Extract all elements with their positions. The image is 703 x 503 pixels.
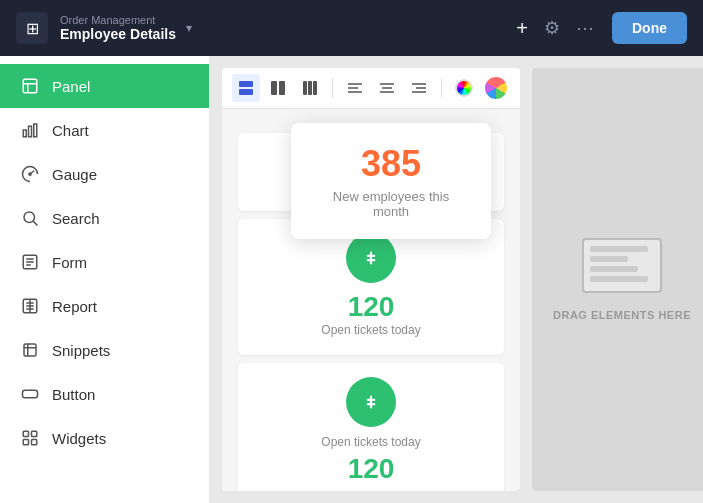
sidebar-item-widgets-label: Widgets: [52, 430, 106, 447]
svg-rect-3: [23, 130, 26, 137]
toolbar-separator-1: [332, 78, 333, 98]
toolbar-layout2-button[interactable]: [264, 74, 292, 102]
header-title: Employee Details: [60, 26, 176, 42]
tooltip-number: 385: [323, 143, 459, 185]
toolbar-layout3-button[interactable]: [296, 74, 324, 102]
header-chevron-icon[interactable]: ▾: [186, 21, 192, 35]
svg-rect-0: [23, 79, 37, 93]
sidebar-item-snippets-label: Snippets: [52, 342, 110, 359]
svg-rect-25: [239, 89, 253, 95]
svg-rect-19: [23, 390, 38, 398]
drop-zone-visual: [582, 238, 662, 293]
content-area: 385 New employees this month New employe…: [210, 56, 703, 503]
snippets-icon: [20, 340, 40, 360]
drop-zone-bar-4: [590, 276, 648, 282]
sidebar-item-button-label: Button: [52, 386, 95, 403]
toolbar-align-center-button[interactable]: [373, 74, 401, 102]
stat-card-tickets-2: Open tickets today 120: [238, 363, 504, 491]
more-options-icon[interactable]: ⋯: [576, 17, 596, 39]
sidebar-item-chart-label: Chart: [52, 122, 89, 139]
svg-rect-26: [271, 81, 277, 95]
sidebar-item-snippets[interactable]: Snippets: [0, 328, 209, 372]
form-icon: [20, 252, 40, 272]
tooltip-card: 385 New employees this month: [291, 123, 491, 239]
header-subtitle: Order Management: [60, 14, 176, 26]
sidebar-item-form[interactable]: Form: [0, 240, 209, 284]
sidebar-item-panel-label: Panel: [52, 78, 90, 95]
svg-rect-5: [34, 124, 37, 137]
svg-rect-21: [32, 431, 37, 436]
svg-rect-24: [239, 81, 253, 87]
stat-card-tickets-1: 120 Open tickets today: [238, 219, 504, 355]
color-circle-icon: [455, 79, 473, 97]
sidebar-item-gauge[interactable]: Gauge: [0, 152, 209, 196]
settings-icon[interactable]: ⚙: [544, 17, 560, 39]
sidebar-item-report-label: Report: [52, 298, 97, 315]
palette-icon: [485, 77, 507, 99]
svg-rect-20: [23, 431, 28, 436]
svg-rect-30: [313, 81, 317, 95]
svg-rect-27: [279, 81, 285, 95]
tooltip-label: New employees this month: [323, 189, 459, 219]
editor-panel: 385 New employees this month New employe…: [222, 68, 520, 491]
svg-rect-4: [29, 126, 32, 137]
ticket-icon-circle-2: [346, 377, 396, 427]
drop-zone-label: DRAG ELEMENTS HERE: [553, 309, 691, 321]
drop-zone-bar-1: [590, 246, 648, 252]
svg-rect-18: [24, 344, 36, 356]
toolbar-color-picker-button[interactable]: [450, 74, 478, 102]
stat-card-tickets-1-number: 120: [254, 291, 488, 323]
chart-icon: [20, 120, 40, 140]
svg-rect-22: [23, 440, 28, 445]
panel-icon: [20, 76, 40, 96]
search-icon: [20, 208, 40, 228]
sidebar-item-search-label: Search: [52, 210, 100, 227]
svg-rect-29: [308, 81, 312, 95]
sidebar-item-form-label: Form: [52, 254, 87, 271]
sidebar-item-widgets[interactable]: Widgets: [0, 416, 209, 460]
stat-card-tickets-2-number: 120: [254, 453, 488, 485]
sidebar-item-search[interactable]: Search: [0, 196, 209, 240]
app-logo: ⊞: [16, 12, 48, 44]
svg-point-6: [29, 173, 31, 175]
header-title-group: Order Management Employee Details: [60, 14, 176, 42]
editor-toolbar: [222, 68, 520, 109]
svg-point-7: [24, 212, 35, 223]
add-element-button[interactable]: +: [516, 18, 528, 38]
sidebar-item-button[interactable]: Button: [0, 372, 209, 416]
button-icon: [20, 384, 40, 404]
report-icon: [20, 296, 40, 316]
gauge-icon: [20, 164, 40, 184]
sidebar: Panel Chart Gauge: [0, 56, 210, 503]
drop-zone-bar-2: [590, 256, 628, 262]
svg-line-8: [33, 221, 37, 225]
header-title-bold: Details: [130, 26, 176, 42]
done-button[interactable]: Done: [612, 12, 687, 44]
drop-zone-bar-3: [590, 266, 638, 272]
sidebar-item-panel[interactable]: Panel: [0, 64, 209, 108]
svg-rect-23: [32, 440, 37, 445]
main-area: Panel Chart Gauge: [0, 56, 703, 503]
stat-card-tickets-2-label: Open tickets today: [254, 435, 488, 449]
toolbar-palette-button[interactable]: [482, 74, 510, 102]
sidebar-item-report[interactable]: Report: [0, 284, 209, 328]
sidebar-item-gauge-label: Gauge: [52, 166, 97, 183]
toolbar-separator-2: [441, 78, 442, 98]
header-title-plain: Employee: [60, 26, 130, 42]
logo-icon: ⊞: [26, 19, 39, 38]
widgets-icon: [20, 428, 40, 448]
app-header: ⊞ Order Management Employee Details ▾ + …: [0, 0, 703, 56]
sidebar-item-chart[interactable]: Chart: [0, 108, 209, 152]
drop-zone-screen: [582, 238, 662, 293]
stat-card-tickets-1-label: Open tickets today: [254, 323, 488, 337]
ticket-icon-circle-1: [346, 233, 396, 283]
toolbar-align-left-button[interactable]: [341, 74, 369, 102]
toolbar-layout1-button[interactable]: [232, 74, 260, 102]
toolbar-align-right-button[interactable]: [405, 74, 433, 102]
drop-zone: DRAG ELEMENTS HERE: [532, 68, 703, 491]
svg-rect-28: [303, 81, 307, 95]
